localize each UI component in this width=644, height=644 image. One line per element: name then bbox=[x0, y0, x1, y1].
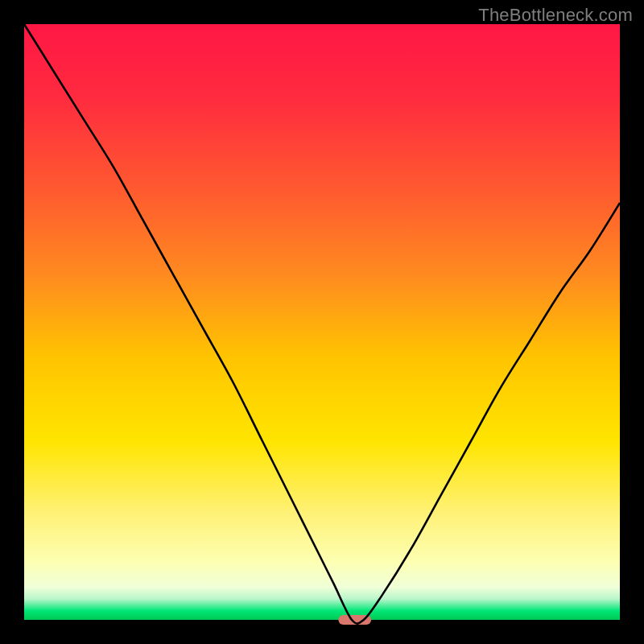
watermark-text: TheBottleneck.com bbox=[478, 5, 633, 26]
bottleneck-chart bbox=[0, 0, 644, 644]
chart-frame: TheBottleneck.com bbox=[0, 0, 644, 644]
plot-background bbox=[24, 24, 620, 620]
